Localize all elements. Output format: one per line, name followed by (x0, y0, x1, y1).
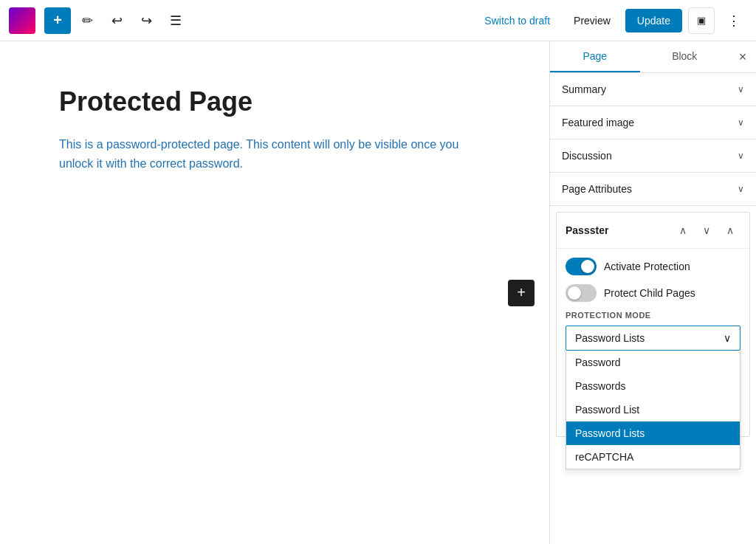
dropdown-option-recaptcha[interactable]: reCAPTCHA (566, 445, 740, 469)
dropdown-menu: Password Passwords Password List Passwor… (566, 351, 740, 469)
accordion-summary: Summary ∨ (550, 73, 756, 106)
update-button[interactable]: Update (625, 9, 682, 32)
tab-block[interactable]: Block (640, 41, 730, 72)
preview-button[interactable]: Preview (565, 10, 619, 31)
accordion-page-attributes-header[interactable]: Page Attributes ∨ (550, 173, 756, 205)
dropdown-option-password-lists[interactable]: Password Lists (566, 421, 740, 445)
protection-mode-label: PROTECTION MODE (566, 311, 740, 320)
passster-header: Passster ∧ ∨ ∧ (557, 213, 749, 249)
edit-icon: ✏ (82, 13, 93, 29)
close-icon: × (739, 49, 747, 65)
sidebar-tabs: Page Block × (550, 41, 756, 73)
protect-child-pages-row: Protect Child Pages (566, 284, 740, 302)
sidebar-close-button[interactable]: × (729, 44, 756, 70)
site-logo (9, 7, 35, 34)
accordion-page-attributes: Page Attributes ∨ (550, 173, 756, 206)
passster-close-button[interactable]: ∧ (720, 220, 740, 241)
sidebar: Page Block × Summary ∨ Featured image ∨ … (549, 41, 756, 544)
accordion-discussion: Discussion ∨ (550, 140, 756, 173)
page-title: Protected Page (59, 86, 490, 117)
chevron-down-icon: ∨ (738, 84, 744, 94)
accordion-discussion-header[interactable]: Discussion ∨ (550, 140, 756, 172)
passster-up-button[interactable]: ∧ (673, 220, 693, 241)
chevron-down-icon: ∨ (738, 184, 744, 194)
activate-protection-toggle[interactable] (566, 258, 597, 275)
passster-controls: ∧ ∨ ∧ (673, 220, 740, 241)
toolbar-right: Switch to draft Preview Update ▣ ⋮ (475, 7, 747, 34)
selected-option-label: Password Lists (575, 332, 645, 344)
settings-button[interactable]: ▣ (688, 7, 715, 34)
chevron-down-icon: ∨ (738, 151, 744, 161)
add-inline-icon: + (517, 284, 526, 301)
add-block-inline-button[interactable]: + (508, 280, 535, 306)
undo-icon: ↩ (111, 13, 123, 29)
editor-area: Protected Page This is a password-protec… (0, 41, 549, 544)
edit-button[interactable]: ✏ (74, 7, 100, 34)
more-icon: ⋮ (727, 13, 740, 29)
undo-button[interactable]: ↩ (103, 7, 130, 34)
dropdown-selected[interactable]: Password Lists ∨ (566, 326, 740, 351)
add-icon: + (53, 12, 62, 29)
list-view-button[interactable]: ☰ (162, 7, 189, 34)
accordion-featured-image: Featured image ∨ (550, 106, 756, 140)
passster-body: Activate Protection Protect Child Pages … (557, 249, 749, 436)
accordion-summary-header[interactable]: Summary ∨ (550, 73, 756, 106)
activate-protection-label: Activate Protection (604, 261, 690, 272)
redo-button[interactable]: ↪ (133, 7, 159, 34)
dropdown-option-password-list[interactable]: Password List (566, 398, 740, 421)
switch-draft-button[interactable]: Switch to draft (475, 10, 559, 31)
protect-child-pages-toggle[interactable] (566, 284, 597, 302)
more-options-button[interactable]: ⋮ (721, 7, 747, 34)
toggle-knob (581, 260, 594, 273)
main-layout: Protected Page This is a password-protec… (0, 41, 756, 544)
dropdown-option-password[interactable]: Password (566, 351, 740, 374)
protection-mode-dropdown: Password Lists ∨ Password Passwords Pass… (566, 326, 740, 351)
summary-label: Summary (562, 83, 606, 95)
passster-title: Passster (566, 224, 608, 236)
discussion-label: Discussion (562, 150, 612, 162)
accordion-featured-image-header[interactable]: Featured image ∨ (550, 106, 756, 139)
dropdown-chevron-icon: ∨ (724, 332, 731, 344)
dropdown-option-passwords[interactable]: Passwords (566, 374, 740, 398)
toolbar: + ✏ ↩ ↪ ☰ Switch to draft Preview Update… (0, 0, 756, 41)
list-icon: ☰ (170, 13, 182, 29)
activate-protection-row: Activate Protection (566, 258, 740, 275)
featured-image-label: Featured image (562, 117, 634, 128)
add-block-button[interactable]: + (44, 7, 71, 34)
passster-down-button[interactable]: ∨ (696, 220, 717, 241)
redo-icon: ↪ (141, 13, 152, 29)
page-content[interactable]: This is a password-protected page. This … (59, 135, 490, 173)
settings-icon: ▣ (697, 15, 706, 26)
protect-child-pages-label: Protect Child Pages (604, 287, 695, 299)
toggle-knob (568, 286, 581, 300)
tab-page[interactable]: Page (550, 41, 640, 72)
page-attributes-label: Page Attributes (562, 183, 632, 195)
chevron-down-icon: ∨ (738, 117, 744, 128)
passster-section: Passster ∧ ∨ ∧ Activate Protection (556, 212, 750, 437)
